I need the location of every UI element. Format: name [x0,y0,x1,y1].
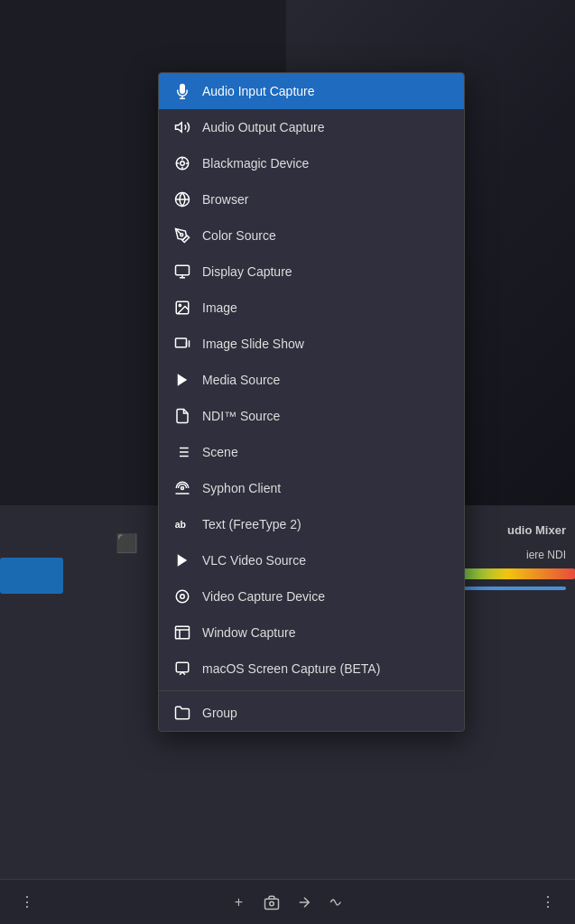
svg-point-29 [176,590,189,603]
premiere-ndi-label: iere NDI [526,549,566,561]
window-capture-icon [173,624,191,642]
menu-item-label-window-capture: Window Capture [202,625,296,640]
menu-item-label-media-source: Media Source [202,373,280,387]
display-capture-icon [173,263,191,281]
svg-rect-31 [176,626,190,639]
svg-marker-2 [176,123,182,133]
dots-menu-button[interactable]: ⋮ [14,889,41,916]
wave-button[interactable] [323,889,350,916]
menu-separator [159,690,464,691]
menu-item-macos-screen-capture[interactable]: macOS Screen Capture (BETA) [159,651,464,687]
menu-item-label-audio-output-capture: Audio Output Capture [202,120,324,134]
menu-item-label-color-source: Color Source [202,228,276,243]
menu-item-window-capture[interactable]: Window Capture [159,614,464,651]
toolbar-left: ⋮ [14,889,41,916]
more-options-button[interactable]: ⋮ [534,889,561,916]
bottom-toolbar: ⋮ + ⋮ [0,879,575,924]
media-source-icon [173,371,191,389]
menu-item-image-slide-show[interactable]: Image Slide Show [159,326,464,362]
vlc-video-source-icon [173,551,191,569]
menu-item-image[interactable]: Image [159,290,464,326]
svg-rect-34 [176,662,189,672]
volume-slider[interactable] [458,587,566,590]
menu-item-label-syphon-client: Syphon Client [202,481,281,495]
video-capture-device-icon [173,587,191,605]
add-source-button[interactable]: + [226,889,253,916]
svg-point-30 [181,595,185,599]
svg-point-4 [181,162,185,166]
svg-point-11 [181,234,183,236]
toolbar-right: ⋮ [534,889,561,916]
macos-screen-capture-icon [173,660,191,678]
menu-item-label-image: Image [202,300,237,315]
menu-item-audio-output-capture[interactable]: Audio Output Capture [159,109,464,145]
menu-item-scene[interactable]: Scene [159,434,464,470]
svg-rect-12 [176,265,190,275]
menu-item-label-text-freetype2: Text (FreeType 2) [202,517,301,531]
menu-item-label-scene: Scene [202,445,238,459]
svg-point-16 [179,304,181,306]
color-source-icon [173,226,191,245]
menu-item-label-image-slide-show: Image Slide Show [202,337,304,351]
browser-icon [173,190,191,208]
image-icon [173,299,191,317]
svg-text:ab: ab [175,519,186,530]
svg-rect-35 [264,899,278,909]
svg-marker-28 [178,554,188,567]
group-icon [173,704,191,722]
svg-point-36 [269,901,274,906]
menu-item-label-group: Group [202,706,237,720]
menu-item-ndi-source[interactable]: NDI™ Source [159,398,464,434]
scene-icon [173,443,191,461]
camera-icon-button[interactable] [258,889,285,916]
scene-item-active[interactable] [0,558,63,594]
arrow-button[interactable] [291,889,318,916]
menu-item-audio-input-capture[interactable]: Audio Input Capture [159,73,464,109]
menu-item-label-ndi-source: NDI™ Source [202,409,280,423]
menu-item-color-source[interactable]: Color Source [159,217,464,254]
menu-item-display-capture[interactable]: Display Capture [159,254,464,290]
menu-item-label-audio-input-capture: Audio Input Capture [202,84,315,98]
menu-item-group[interactable]: Group [159,695,464,731]
ndi-source-icon [173,407,191,425]
menu-item-vlc-video-source[interactable]: VLC Video Source [159,542,464,578]
audio-output-capture-icon [173,118,191,136]
svg-rect-17 [176,338,187,347]
menu-item-syphon-client[interactable]: Syphon Client [159,470,464,506]
menu-item-label-macos-screen-capture: macOS Screen Capture (BETA) [202,661,380,676]
menu-item-label-display-capture: Display Capture [202,264,292,279]
syphon-client-icon [173,479,191,497]
audio-mixer-label: udio Mixer [507,523,566,537]
menu-item-label-browser: Browser [202,192,248,207]
menu-item-text-freetype2[interactable]: abText (FreeType 2) [159,506,464,542]
audio-input-capture-icon [173,82,191,100]
svg-point-25 [181,487,184,490]
menu-item-label-blackmagic-device: Blackmagic Device [202,156,309,171]
menu-item-blackmagic-device[interactable]: Blackmagic Device [159,145,464,181]
source-type-dropdown: Audio Input CaptureAudio Output CaptureB… [158,72,465,732]
menu-item-media-source[interactable]: Media Source [159,362,464,398]
text-freetype2-icon: ab [173,515,191,533]
blackmagic-device-icon [173,154,191,172]
svg-marker-18 [178,374,188,386]
toolbar-center: + [226,889,350,916]
menu-item-label-vlc-video-source: VLC Video Source [202,553,306,568]
image-slide-show-icon [173,335,191,353]
menu-item-browser[interactable]: Browser [159,181,464,217]
menu-item-video-capture-device[interactable]: Video Capture Device [159,578,464,614]
menu-item-label-video-capture-device: Video Capture Device [202,589,325,604]
sources-panel-icon: ⬛ [116,532,138,554]
